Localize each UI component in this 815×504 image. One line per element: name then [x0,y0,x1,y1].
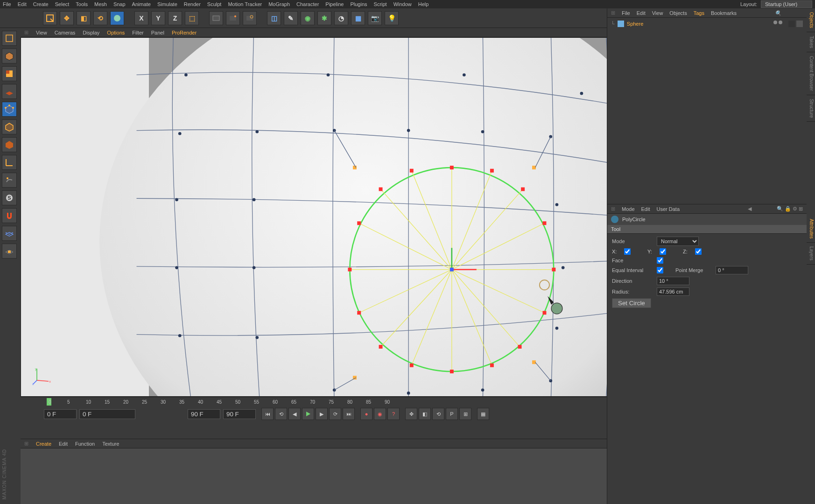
vp-menu-options[interactable]: Options [107,30,125,35]
scale-tool[interactable]: ◧ [77,11,91,25]
render-view[interactable] [209,11,223,25]
frame-range-end[interactable] [188,409,220,419]
menu-select[interactable]: Select [55,1,70,7]
z-axis-toggle[interactable]: Z [168,11,182,25]
polygons-mode[interactable] [2,137,17,152]
y-checkbox[interactable] [660,248,666,255]
add-camera[interactable]: 📷 [368,11,382,25]
mode-dropdown[interactable]: Normal [657,237,699,246]
live-select-tool[interactable] [43,11,57,25]
play-button[interactable] [302,408,314,420]
next-frame[interactable]: ▶ [316,408,328,420]
animation-mode[interactable]: ▦ [477,408,489,420]
mat-menu-function[interactable]: Function [75,441,95,447]
move-tool[interactable]: ✥ [60,11,74,25]
object-label[interactable]: Sphere [627,21,643,27]
key-pla[interactable]: ⊞ [459,408,471,420]
x-axis-toggle[interactable]: X [134,11,148,25]
y-axis-toggle[interactable]: Y [151,11,165,25]
key-param[interactable]: P [446,408,458,420]
texture-mode[interactable] [2,66,17,81]
tab-layers[interactable]: Layers [807,243,815,265]
tab-content[interactable]: Content Browser [807,52,815,95]
tag-icon[interactable] [796,21,803,27]
menu-create[interactable]: Create [33,1,49,7]
eye-icon[interactable] [790,10,795,16]
add-environment[interactable]: ▦ [351,11,365,25]
search-icon[interactable]: 🔍 [775,10,780,16]
direction-field[interactable] [657,277,689,285]
locked-workplane[interactable] [2,244,17,259]
prev-frame[interactable]: ◀ [288,408,301,420]
add-generator[interactable]: ✱ [317,11,331,25]
make-editable[interactable] [2,31,17,46]
goto-end[interactable]: ⏭ [343,408,355,420]
menu-motiontracker[interactable]: Motion Tracker [228,1,262,7]
vp-menu-view[interactable]: View [36,30,47,35]
rotate-tool[interactable]: ⟲ [93,11,107,25]
set-circle-button[interactable]: Set Circle [612,298,651,308]
om-edit[interactable]: Edit [637,10,646,16]
menu-simulate[interactable]: Simulate [157,1,177,7]
pointmerge-field[interactable] [716,266,748,274]
material-list[interactable] [21,448,652,504]
face-checkbox[interactable] [657,257,663,264]
vp-menu-prorender[interactable]: ProRender [172,30,197,35]
am-edit[interactable]: Edit [641,206,650,212]
menu-snap[interactable]: Snap [113,1,126,7]
vp-menu-filter[interactable]: Filter [132,30,143,35]
vis-render-dot[interactable] [779,21,782,24]
tab-attributes[interactable]: Attributes [807,215,815,243]
om-bookmarks[interactable]: Bookmarks [711,10,737,16]
add-cube[interactable]: ◫ [267,11,281,25]
model-mode[interactable] [2,49,17,63]
coord-system[interactable]: ⬚ [185,11,199,25]
add-light[interactable]: 💡 [385,11,399,25]
om-objects[interactable]: Objects [669,10,687,16]
goto-start[interactable]: ⏮ [261,408,274,420]
next-key[interactable]: ⟳ [329,408,341,420]
autokey-button[interactable]: ◉ [374,408,386,420]
prev-key[interactable]: ⟲ [275,408,287,420]
tab-objects[interactable]: Objects [807,8,815,32]
menu-tools[interactable]: Tools [76,1,88,7]
menu-edit[interactable]: Edit [18,1,27,7]
am-userdata[interactable]: User Data [657,206,680,212]
frame-range-start[interactable] [79,409,135,419]
om-tags[interactable]: Tags [694,10,704,16]
mat-menu-edit[interactable]: Edit [59,441,68,447]
radius-field[interactable] [657,287,689,296]
menu-character[interactable]: Character [296,1,319,7]
add-pen[interactable]: ✎ [284,11,298,25]
tweak-mode[interactable] [2,173,17,188]
vp-menu-display[interactable]: Display [83,30,99,35]
menu-render[interactable]: Render [184,1,201,7]
vp-menu-panel[interactable]: Panel [151,30,164,35]
edges-mode[interactable] [2,119,17,134]
frame-end-field[interactable] [223,409,256,419]
back-arrow-icon[interactable]: ◀ [748,206,752,212]
eqinterval-checkbox[interactable] [657,267,663,273]
menu-window[interactable]: Window [393,1,412,7]
workplane-mode[interactable] [2,84,17,99]
object-sphere[interactable]: └ Sphere [611,20,803,28]
tool-tab[interactable]: Tool [607,225,807,234]
am-mode[interactable]: Mode [622,206,635,212]
vis-editor-dot[interactable] [773,21,777,24]
mat-menu-texture[interactable]: Texture [102,441,119,447]
add-deformer[interactable]: ◔ [334,11,348,25]
om-file[interactable]: File [622,10,630,16]
menu-help[interactable]: Help [418,1,429,7]
last-tool[interactable] [110,11,124,25]
key-scale[interactable]: ◧ [419,408,431,420]
axis-mode[interactable] [2,155,17,170]
frame-start-field[interactable] [44,409,77,419]
key-pos[interactable]: ✥ [405,408,417,420]
layout-dropdown[interactable]: Startup (User) [761,0,812,8]
menu-animate[interactable]: Animate [132,1,151,7]
object-tree[interactable]: └ Sphere [607,18,807,30]
am-icons[interactable]: 🔍 🔒 ⚙ ⊞ [777,206,803,212]
menu-script[interactable]: Script [374,1,387,7]
magnet-tool[interactable] [2,208,17,223]
points-mode[interactable] [2,102,17,117]
